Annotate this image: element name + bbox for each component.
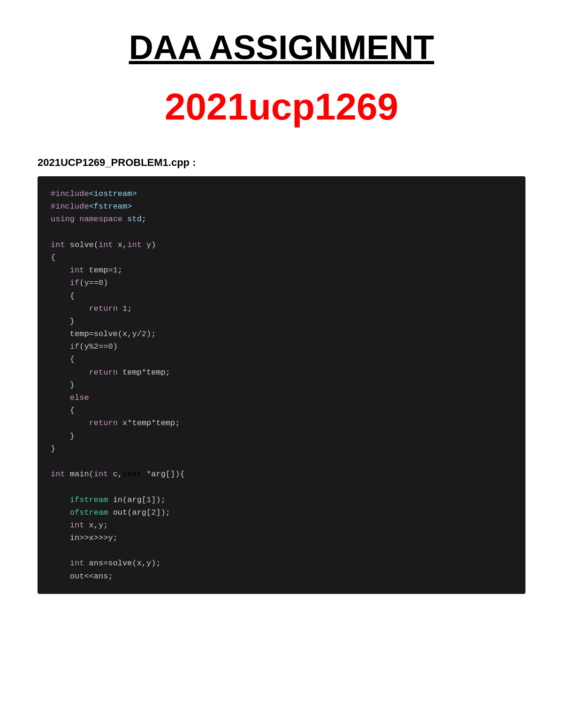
code-line-20: } — [51, 430, 512, 443]
code-line-6: { — [51, 251, 512, 264]
code-line-12: temp=solve(x,y/2); — [51, 328, 512, 340]
code-line-3: using namespace std; — [51, 213, 512, 225]
code-line-31: out<<ans; — [51, 570, 512, 583]
code-line-18: { — [51, 404, 512, 417]
code-line-28: in>>x>>>y; — [51, 532, 512, 544]
code-line-14: { — [51, 353, 512, 366]
code-line-23: int main(int c,char *arg[]){ — [51, 468, 512, 480]
code-line-13: if(y%2==0) — [51, 340, 512, 353]
code-line-24 — [51, 480, 512, 493]
code-line-30: int ans=solve(x,y); — [51, 557, 512, 570]
code-line-1: #include<iostream> — [51, 188, 512, 200]
code-line-25: ifstream in(arg[1]); — [51, 494, 512, 506]
code-line-19: return x*temp*temp; — [51, 417, 512, 429]
code-line-11: } — [51, 315, 512, 328]
code-line-2: #include<fstream> — [51, 200, 512, 213]
code-line-17: else — [51, 391, 512, 404]
student-id: 2021ucp1269 — [38, 85, 525, 128]
code-line-7: int temp=1; — [51, 264, 512, 277]
code-line-5: int solve(int x,int y) — [51, 239, 512, 251]
code-line-9: { — [51, 290, 512, 302]
code-line-21: } — [51, 443, 512, 455]
file-label: 2021UCP1269_PROBLEM1.cpp : — [38, 157, 525, 169]
code-line-15: return temp*temp; — [51, 366, 512, 379]
code-line-10: return 1; — [51, 302, 512, 315]
code-line-4 — [51, 226, 512, 239]
code-block: #include<iostream> #include<fstream> usi… — [38, 176, 525, 594]
page-title: DAA ASSIGNMENT — [38, 28, 525, 67]
code-line-16: } — [51, 379, 512, 391]
code-line-26: ofstream out(arg[2]); — [51, 506, 512, 519]
code-line-22 — [51, 455, 512, 468]
code-line-27: int x,y; — [51, 519, 512, 532]
code-line-29 — [51, 544, 512, 557]
code-line-8: if(y==0) — [51, 277, 512, 289]
